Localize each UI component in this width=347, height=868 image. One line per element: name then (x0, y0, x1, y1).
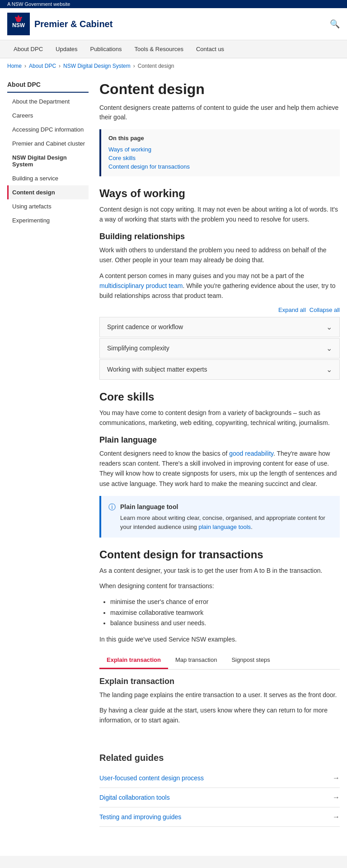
info-box-content: Plain language tool Learn more about wri… (120, 502, 333, 531)
core-skills-heading: Core skills (99, 391, 340, 403)
transactions-bullets: minimise the user's chance of error maxi… (99, 597, 340, 629)
plain-language-para: Content designers need to know the basic… (99, 448, 340, 489)
tab-explain-content: Explain transaction The landing page exp… (99, 670, 340, 738)
tabs-container: Explain transaction Map transaction Sign… (99, 652, 340, 670)
explain-section-heading: Explain transaction (99, 677, 340, 686)
related-guide-3: Testing and improving guides → (99, 807, 340, 827)
related-guide-link-3[interactable]: Testing and improving guides (99, 813, 181, 821)
related-guide-link-1[interactable]: User-focused content design process (99, 774, 204, 782)
transactions-heading: Content design for transactions (99, 548, 340, 561)
sidebar-link-building[interactable]: Building a service (7, 171, 89, 185)
expand-collapse-controls: Expand all Collapse all (99, 307, 340, 313)
on-this-page-box: On this page Ways of working Core skills… (99, 129, 340, 176)
related-guide-2: Digital collaboration tools → (99, 788, 340, 807)
header-title: Premier & Cabinet (34, 19, 113, 29)
on-this-page-link-2[interactable]: Core skills (108, 154, 333, 162)
nav-item-contact: Contact us (190, 40, 230, 58)
building-para2: A content person comes in many guises an… (99, 271, 340, 301)
page-title: Content design (99, 81, 340, 98)
sidebar-link-experimenting[interactable]: Experimenting (7, 213, 89, 227)
on-this-page-link-1[interactable]: Ways of working (108, 145, 333, 154)
tab-signpost[interactable]: Signpost steps (224, 652, 277, 669)
sidebar-item-accessing: Accessing DPC information (7, 123, 89, 137)
on-this-page-item-2: Core skills (108, 154, 333, 162)
building-para2-prefix: A content person comes in many guises an… (99, 272, 304, 279)
svg-point-3 (18, 15, 19, 17)
accordion-subject-header[interactable]: Working with subject matter experts ⌄ (100, 360, 339, 379)
nav-list: About DPC Updates Publications Tools & R… (0, 40, 347, 58)
breadcrumb-about-dpc[interactable]: About DPC (29, 63, 56, 69)
accordion-sprint-header[interactable]: Sprint cadence or workflow ⌄ (100, 317, 339, 337)
nav-link-contact[interactable]: Contact us (190, 40, 230, 58)
examples-note: In this guide we've used Service NSW exa… (99, 634, 340, 644)
nav-link-about[interactable]: About DPC (7, 40, 49, 58)
nav-link-updates[interactable]: Updates (49, 40, 84, 58)
sidebar-item-careers: Careers (7, 108, 89, 123)
readability-link[interactable]: good readability (229, 450, 273, 457)
bullet-1: minimise the user's chance of error (110, 597, 340, 608)
page-layout: About DPC About the Department Careers A… (0, 74, 347, 841)
breadcrumb-home[interactable]: Home (7, 63, 22, 69)
logo-container: NSW Premier & Cabinet (7, 13, 113, 35)
accordion-simplifying-header[interactable]: Simplifying complexity ⌄ (100, 339, 339, 358)
search-button[interactable]: 🔍 (330, 19, 340, 29)
nav-item-publications: Publications (84, 40, 128, 58)
related-guide-1: User-focused content design process → (99, 769, 340, 788)
collapse-all-link[interactable]: Collapse all (309, 307, 340, 313)
nav-item-tools: Tools & Resources (128, 40, 190, 58)
sidebar-link-content-design[interactable]: Content design (7, 185, 89, 199)
breadcrumb-sep-2: › (59, 63, 61, 69)
related-guides-title: Related guides (99, 753, 340, 763)
nav-item-updates: Updates (49, 40, 84, 58)
sidebar-link-about-dept[interactable]: About the Department (7, 94, 89, 108)
nav-item-about: About DPC (7, 40, 49, 58)
sidebar-nav: About the Department Careers Accessing D… (7, 94, 89, 227)
on-this-page-item-1: Ways of working (108, 145, 333, 154)
plain-language-tools-link[interactable]: plain language tools (198, 524, 251, 530)
search-icon: 🔍 (330, 19, 340, 28)
info-icon: ⓘ (108, 503, 116, 531)
bullet-3: balance business and user needs. (110, 618, 340, 629)
related-guide-link-2[interactable]: Digital collaboration tools (99, 794, 170, 801)
accordion-subject-label: Working with subject matter experts (107, 366, 207, 373)
plain-lang-prefix: Content designers need to know the basic… (99, 450, 229, 457)
sidebar-link-cluster[interactable]: Premier and Cabinet cluster (7, 137, 89, 151)
accordion-sprint: Sprint cadence or workflow ⌄ (99, 317, 340, 337)
sidebar-item-cluster: Premier and Cabinet cluster (7, 137, 89, 151)
intro-text: Content designers create patterns of con… (99, 103, 340, 122)
accordion-subject-chevron: ⌄ (326, 365, 332, 374)
breadcrumb-sep-1: › (24, 63, 26, 69)
footer-top: Popular Contact the Premier Contact a Mi… (0, 856, 347, 868)
breadcrumb-design-system[interactable]: NSW Digital Design System (63, 63, 131, 69)
ways-of-working-heading: Ways of working (99, 187, 340, 200)
sidebar-link-accessing[interactable]: Accessing DPC information (7, 123, 89, 137)
ways-intro: Content design is not copy writing. It m… (99, 204, 340, 225)
sidebar-item-content-design: Content design (7, 185, 89, 199)
tab-explain[interactable]: Explain transaction (99, 652, 168, 669)
explain-para1: The landing page explains the entire tra… (99, 690, 340, 700)
sidebar-item-about-dept: About the Department (7, 94, 89, 108)
sidebar-item-design-system: NSW Digital Design System (7, 151, 89, 171)
explain-para2: By having a clear guide at the start, us… (99, 705, 340, 726)
accordion-subject: Working with subject matter experts ⌄ (99, 359, 340, 380)
on-this-page-link-3[interactable]: Content design for transactions (108, 162, 333, 171)
transactions-intro: As a content designer, your task is to g… (99, 566, 340, 576)
related-guides: Related guides User-focused content desi… (99, 753, 340, 827)
building-relationships-heading: Building relationships (99, 232, 340, 241)
sidebar-link-artefacts[interactable]: Using artefacts (7, 199, 89, 213)
accordion-simplifying-label: Simplifying complexity (107, 344, 169, 352)
info-box-title: Plain language tool (120, 502, 333, 512)
tab-map[interactable]: Map transaction (168, 652, 225, 669)
expand-all-link[interactable]: Expand all (278, 307, 306, 313)
related-guide-arrow-3: → (333, 813, 340, 821)
nav-link-tools[interactable]: Tools & Resources (128, 40, 190, 58)
related-guide-arrow-1: → (333, 774, 340, 782)
multidisciplinary-link[interactable]: multidisciplinary product team (99, 282, 183, 289)
main-nav: About DPC Updates Publications Tools & R… (0, 40, 347, 58)
svg-point-4 (20, 17, 22, 19)
nav-link-publications[interactable]: Publications (84, 40, 128, 58)
bullet-2: maximise collaborative teamwork (110, 608, 340, 618)
sidebar-link-careers[interactable]: Careers (7, 108, 89, 123)
sidebar-link-design-system[interactable]: NSW Digital Design System (7, 151, 89, 171)
header: NSW Premier & Cabinet 🔍 (0, 8, 347, 40)
